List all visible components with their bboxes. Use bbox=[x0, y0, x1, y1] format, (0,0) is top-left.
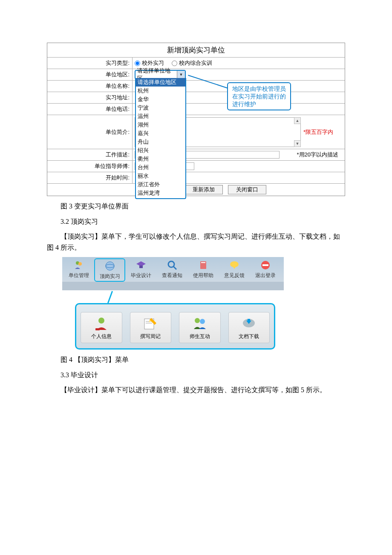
label-intro: 单位简介: bbox=[47, 115, 133, 149]
radio-external-label: 校外实习 bbox=[142, 59, 164, 67]
dropdown-option[interactable]: 请选择单位地区 bbox=[136, 78, 185, 87]
radio-internal-label: 校内综合实训 bbox=[179, 59, 212, 67]
submenu-download[interactable]: 文档下载 bbox=[228, 312, 270, 343]
menu-item-feedback[interactable]: 意见反馈 bbox=[219, 259, 250, 282]
radio-external[interactable]: 校外实习 bbox=[135, 59, 164, 67]
close-button[interactable]: 关闭窗口 bbox=[228, 185, 266, 194]
label-phone: 单位电话: bbox=[47, 104, 133, 115]
callout-note: 地区是由学校管理员 在实习开始前进行的 进行维护 bbox=[227, 82, 291, 110]
figure3-caption: 图 3 变更实习单位界面 bbox=[61, 201, 345, 211]
menu-item-help[interactable]: 使用帮助 bbox=[187, 259, 219, 282]
radio-internal-input[interactable] bbox=[172, 61, 177, 66]
note-intro: *限五百字内 bbox=[303, 128, 333, 136]
section-3-2-body: 【顶岗实习】菜单下，学生可以修改个人信息、撰写实习周记、进行师生互动、下载文档，… bbox=[47, 231, 345, 253]
note-workdesc: *用20字以内描述 bbox=[297, 151, 343, 159]
connector-line bbox=[107, 291, 113, 304]
section-3-3-body: 【毕业设计】菜单下可以进行课题管理、提交开题报告、进行论文撰写等，如图 5 所示… bbox=[47, 384, 345, 396]
label-name: 单位名称: bbox=[47, 81, 133, 92]
dropdown-option[interactable]: 舟山 bbox=[136, 138, 185, 146]
menu-item-internship[interactable]: 顶岗实习 bbox=[94, 258, 125, 282]
menu-separator bbox=[62, 282, 284, 290]
region-dropdown-list[interactable]: 请选择单位地区 杭州 金华 宁波 温州 湖州 嘉兴 舟山 绍兴 衢州 台州 丽水… bbox=[135, 78, 186, 199]
book-icon bbox=[197, 259, 209, 271]
dropdown-option[interactable]: 绍兴 bbox=[136, 146, 185, 155]
submenu-label: 师生互动 bbox=[179, 333, 220, 340]
callout-line3: 进行维护 bbox=[232, 100, 286, 108]
add-unit-form: 新增顶岗实习单位 实习类型: 校外实习 校内综合实训 单位地区: 请选择单位地区… bbox=[47, 43, 345, 196]
menu-screenshot: 单位管理 顶岗实习 毕业设计 查看通知 使用帮助 bbox=[62, 257, 284, 350]
people-icon bbox=[191, 316, 208, 331]
dropdown-option[interactable]: 温州龙湾 bbox=[136, 189, 185, 197]
svg-point-2 bbox=[106, 262, 114, 270]
top-menu-bar: 单位管理 顶岗实习 毕业设计 查看通知 使用帮助 bbox=[62, 257, 284, 283]
scroll-up-icon[interactable]: ▲ bbox=[294, 117, 301, 124]
pencil-note-icon bbox=[142, 316, 159, 331]
section-3-2-heading: 3.2 顶岗实习 bbox=[61, 217, 345, 227]
menu-label: 顶岗实习 bbox=[95, 273, 124, 280]
svg-rect-25 bbox=[248, 319, 250, 322]
dropdown-option[interactable]: 温州 bbox=[136, 112, 185, 121]
dropdown-option[interactable]: 杭州 bbox=[136, 87, 185, 95]
menu-item-logout[interactable]: 退出登录 bbox=[250, 259, 281, 282]
label-mentor: 单位指导师傅: bbox=[47, 161, 133, 172]
svg-rect-5 bbox=[139, 266, 143, 268]
menu-label: 使用帮助 bbox=[187, 272, 219, 279]
label-type: 实习类型: bbox=[47, 58, 133, 69]
dropdown-selected: 请选择单位地区 bbox=[135, 71, 177, 78]
radio-external-input[interactable] bbox=[135, 61, 140, 66]
menu-item-unit[interactable]: 单位管理 bbox=[63, 259, 94, 282]
svg-rect-15 bbox=[95, 328, 100, 330]
callout-line2: 在实习开始前进行的 bbox=[232, 92, 286, 100]
radio-internal[interactable]: 校内综合实训 bbox=[172, 59, 212, 67]
dropdown-option[interactable]: 丽水 bbox=[136, 172, 185, 180]
menu-label: 毕业设计 bbox=[125, 272, 156, 279]
label-workdesc: 工作描述: bbox=[47, 149, 133, 160]
dropdown-option[interactable]: 金华 bbox=[136, 95, 185, 104]
submenu-write-weekly[interactable]: 撰写周记 bbox=[130, 312, 172, 343]
menu-item-graduation[interactable]: 毕业设计 bbox=[125, 259, 156, 282]
scroll-down-icon[interactable]: ▼ bbox=[294, 140, 301, 147]
callout-line1: 地区是由学校管理员 bbox=[232, 85, 286, 92]
menu-label: 退出登录 bbox=[250, 272, 281, 279]
dropdown-option[interactable]: 湖州 bbox=[136, 121, 185, 129]
person-icon bbox=[93, 316, 110, 331]
submenu-personal-info[interactable]: 个人信息 bbox=[81, 312, 122, 343]
label-address: 实习地址: bbox=[47, 92, 133, 103]
graduation-icon bbox=[135, 259, 147, 271]
svg-point-22 bbox=[200, 319, 205, 324]
download-icon bbox=[240, 316, 257, 331]
svg-rect-13 bbox=[262, 264, 268, 266]
submenu-label: 文档下载 bbox=[229, 333, 270, 340]
form-title: 新增顶岗实习单位 bbox=[47, 43, 345, 58]
menu-item-notice[interactable]: 查看通知 bbox=[156, 259, 187, 282]
svg-point-1 bbox=[78, 262, 82, 266]
dropdown-option[interactable]: 宁波 bbox=[136, 104, 185, 112]
svg-point-14 bbox=[98, 318, 104, 324]
dropdown-option[interactable]: 浙江省外 bbox=[136, 180, 185, 189]
reset-button[interactable]: 重新添加 bbox=[184, 185, 223, 194]
menu-label: 单位管理 bbox=[63, 272, 94, 279]
svg-line-7 bbox=[173, 266, 176, 269]
users-icon bbox=[73, 259, 85, 271]
dropdown-option[interactable]: 台州 bbox=[136, 163, 185, 172]
submenu-label: 个人信息 bbox=[81, 333, 122, 340]
submenu-panel: 个人信息 撰写周记 师生互动 文档下载 bbox=[75, 303, 275, 350]
figure4-caption: 图 4 【顶岗实习】菜单 bbox=[61, 355, 345, 365]
submenu-interaction[interactable]: 师生互动 bbox=[179, 312, 221, 343]
svg-marker-11 bbox=[233, 267, 236, 269]
chat-icon bbox=[228, 259, 240, 271]
svg-rect-9 bbox=[201, 262, 205, 263]
svg-point-6 bbox=[168, 261, 174, 267]
svg-point-21 bbox=[195, 318, 200, 323]
submenu-label: 撰写周记 bbox=[130, 333, 171, 340]
menu-label: 意见反馈 bbox=[219, 272, 250, 279]
chevron-down-icon[interactable]: ▼ bbox=[177, 71, 185, 78]
dropdown-option[interactable]: 衢州 bbox=[136, 155, 185, 163]
menu-label: 查看通知 bbox=[156, 272, 187, 279]
globe-icon bbox=[104, 260, 116, 272]
search-icon bbox=[166, 259, 178, 271]
no-entry-icon bbox=[259, 259, 271, 271]
label-starttime: 开始时间: bbox=[47, 172, 133, 183]
dropdown-option[interactable]: 嘉兴 bbox=[136, 129, 185, 138]
section-3-3-heading: 3.3 毕业设计 bbox=[61, 370, 345, 380]
